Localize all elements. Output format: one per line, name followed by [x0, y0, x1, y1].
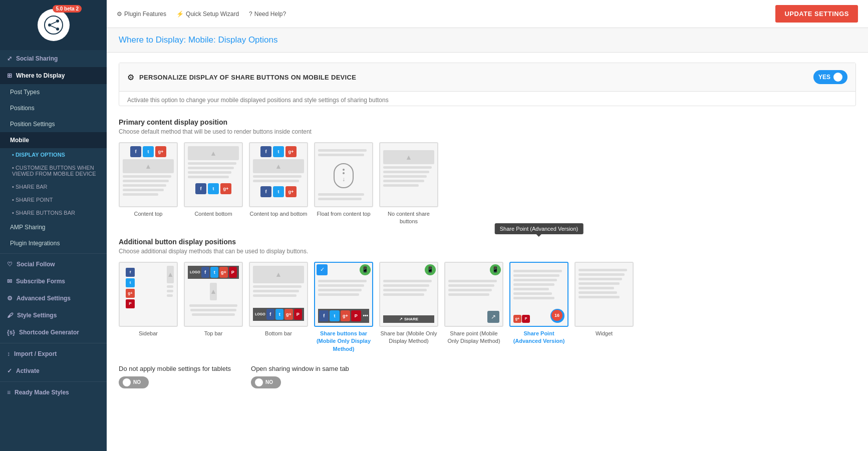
card-content-top-bottom[interactable]: f t g+ f t g+ [249, 142, 308, 226]
tw-btn: t [143, 146, 154, 157]
sliders-icon: ≡ [7, 389, 11, 396]
tw-btn-4: t [273, 186, 284, 197]
personalize-section: ⚙ PERSONALIZE DISPLAY OF SHARE BUTTONS O… [119, 63, 856, 106]
card-top-bar[interactable]: LOGO f t g+ P Top bar [184, 262, 243, 353]
card-share-point-advanced[interactable]: ↗ 16 g+ P Share Point (Advanced Version) [509, 262, 568, 345]
checkbox-icon: ✓ [317, 264, 328, 275]
settings-icon: ⚙ [7, 295, 13, 302]
tablet-toggle[interactable]: NO [119, 376, 149, 388]
card-img-share-point-advanced: ↗ 16 g+ P [509, 262, 568, 327]
topbar-links: ⚙ Plugin Features ⚡ Quick Setup Wizard ?… [117, 11, 286, 18]
sidebar-subitem-share-point[interactable]: SHARE POINT [0, 193, 107, 206]
card-share-point-advanced-wrap: Share Point (Advanced Version) [509, 262, 568, 353]
card-label-no-share: No content share buttons [379, 210, 438, 226]
tablet-setting: Do not apply mobile settings for tablets… [119, 365, 231, 388]
sidebar-item-position-settings[interactable]: Position Settings [0, 116, 107, 132]
gp-btn-3: g+ [285, 146, 297, 157]
gear-icon: ⚙ [117, 11, 122, 18]
sidebar-item-style-settings[interactable]: 🖌 Style Settings [0, 307, 107, 324]
same-tab-setting: Open sharing window in same tab NO [251, 365, 349, 388]
sidebar-item-ready-made-styles[interactable]: ≡ Ready Made Styles [0, 384, 107, 401]
primary-position-title: Primary content display position [119, 118, 856, 126]
main-content: ⚙ Plugin Features ⚡ Quick Setup Wizard ?… [107, 0, 868, 451]
sidebar-item-advanced-settings[interactable]: ⚙ Advanced Settings [0, 290, 107, 307]
sidebar-item-activate[interactable]: ✓ Activate [0, 362, 107, 379]
card-content-top[interactable]: f t g+ Content top [119, 142, 178, 226]
card-share-buttons-bar[interactable]: ✓ 📱 f t g+ P ••• [314, 262, 373, 353]
sidebar-item-post-types[interactable]: Post Types [0, 84, 107, 100]
activate-icon: ✓ [7, 367, 12, 374]
card-img-share-buttons-bar: ✓ 📱 f t g+ P ••• [314, 262, 373, 327]
mobile-icon-3: 📱 [490, 264, 501, 275]
gp-btn-2: g+ [220, 183, 231, 194]
card-label-share-point-advanced: Share Point (Advanced Version) [509, 330, 568, 345]
brush-icon: 🖌 [7, 312, 13, 319]
tw-btn-3: t [273, 146, 284, 157]
page-title: Where to Display: Mobile: Display Option… [119, 35, 856, 45]
sidebar-item-where-to-display[interactable]: ⊞ Where to Display [0, 67, 107, 84]
img-line-3 [253, 159, 304, 173]
card-share-point-mobile[interactable]: 📱 ↗ Share point (Mobile Only Display Met… [444, 262, 503, 353]
sidebar-subitem-display-options[interactable]: DISPLAY OPTIONS [0, 148, 107, 161]
personalize-toggle[interactable]: YES [813, 70, 847, 84]
sidebar-item-mobile[interactable]: Mobile [0, 132, 107, 148]
card-bottom-bar[interactable]: LOGO f t g+ P Bottom bar [249, 262, 308, 353]
card-label-top-bar: Top bar [204, 330, 223, 337]
content-lines [123, 159, 174, 198]
sidebar-item-social-follow[interactable]: ♡ Social Follow [0, 256, 107, 273]
divider-2 [0, 343, 107, 343]
sidebar-subitem-customize[interactable]: CUSTOMIZE BUTTONS WHEN VIEWED FROM MOBIL… [0, 161, 107, 180]
img-line-2 [188, 146, 239, 160]
tablet-label: Do not apply mobile settings for tablets [119, 365, 231, 372]
sidebar-subitem-share-bar[interactable]: SHARE BAR [0, 180, 107, 193]
sidebar-item-shortcode-generator[interactable]: {s} Shortcode Generator [0, 324, 107, 341]
sidebar-subitem-share-buttons-bar[interactable]: SHARE BUTTONS BAR [0, 206, 107, 219]
content-lines-2 [188, 146, 239, 180]
code-icon: {s} [7, 329, 15, 336]
card-img-top-bar: LOGO f t g+ P [184, 262, 243, 327]
import-icon: ↕ [7, 350, 10, 357]
card-no-share[interactable]: No content share buttons [379, 142, 438, 226]
sidebar-item-social-sharing[interactable]: ⤢ Social Sharing [0, 50, 107, 67]
card-content-bottom[interactable]: f t g+ Content bottom [184, 142, 243, 226]
sidebar-item-subscribe-forms[interactable]: ✉ Subscribe Forms [0, 273, 107, 290]
content-area: ⚙ PERSONALIZE DISPLAY OF SHARE BUTTONS O… [107, 53, 868, 451]
card-widget[interactable]: Widget [574, 262, 634, 353]
card-float[interactable]: ↓ Float from content top [314, 142, 373, 226]
card-share-bar[interactable]: 📱 ↗ SHARE Share bar [379, 262, 438, 353]
sidebar-item-positions[interactable]: Positions [0, 100, 107, 116]
sidebar-item-amp-sharing[interactable]: AMP Sharing [0, 219, 107, 235]
content-lines-3 [253, 159, 304, 184]
svg-point-2 [56, 20, 59, 23]
update-settings-button[interactable]: UPDATE SETTINGS [775, 5, 858, 23]
logo-bar: LOGO f t g+ P [188, 266, 239, 279]
card-img-share-bar: 📱 ↗ SHARE [379, 262, 438, 327]
tw-btn-2: t [208, 183, 219, 194]
sidebar-item-plugin-integrations[interactable]: Plugin Integrations [0, 235, 107, 251]
same-tab-toggle[interactable]: NO [251, 376, 281, 388]
additional-positions-desc: Choose additional display methods that c… [119, 248, 856, 255]
card-label-content-bottom: Content bottom [194, 210, 232, 218]
topbar: ⚙ Plugin Features ⚡ Quick Setup Wizard ?… [107, 0, 868, 28]
quick-setup-link[interactable]: ⚡ Quick Setup Wizard [176, 11, 239, 18]
same-tab-label: Open sharing window in same tab [251, 365, 349, 372]
divider-3 [0, 381, 107, 382]
content-lines-5 [383, 150, 434, 189]
primary-position-desc: Choose default method that will be used … [119, 128, 856, 135]
card-sidebar[interactable]: f t g+ P Sidebar [119, 262, 178, 353]
sidebar-item-import-export[interactable]: ↕ Import / Export [0, 345, 107, 362]
svg-point-3 [56, 28, 59, 31]
mail-icon: ✉ [7, 278, 12, 285]
share-icon: ⤢ [7, 55, 12, 62]
card-img-sidebar: f t g+ P [119, 262, 178, 327]
social-btns-top: f t g+ [130, 146, 166, 157]
card-label-content-top: Content top [134, 210, 163, 218]
card-label-share-buttons-bar: Share buttons bar (Mobile Only Display M… [314, 330, 373, 353]
card-img-share-point-mobile: 📱 ↗ [444, 262, 503, 327]
need-help-link[interactable]: ? Need Help? [249, 11, 286, 18]
plugin-features-link[interactable]: ⚙ Plugin Features [117, 11, 166, 18]
card-label-bottom-bar: Bottom bar [265, 330, 292, 337]
page-header: Where to Display: Mobile: Display Option… [107, 28, 868, 53]
card-label-share-bar: Share bar (Mobile Only Display Method) [379, 330, 438, 345]
mobile-icon-2: 📱 [425, 264, 436, 275]
